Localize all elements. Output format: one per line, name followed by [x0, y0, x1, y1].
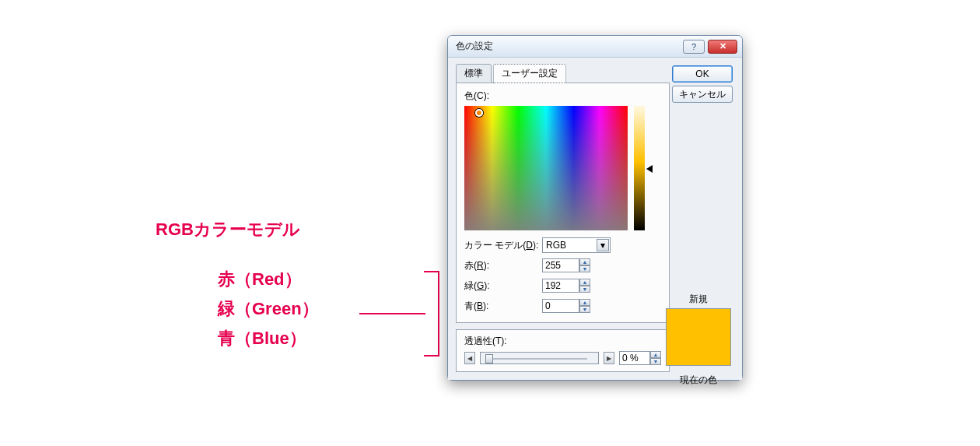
- trans-spin-down[interactable]: ▼: [650, 358, 661, 365]
- slider-right-arrow[interactable]: ▶: [604, 352, 614, 364]
- red-label-prefix: 赤(: [464, 260, 477, 271]
- hue-gray-overlay: [464, 106, 628, 230]
- model-label-prefix: カラー モデル(: [464, 240, 526, 251]
- green-input[interactable]: [542, 279, 579, 293]
- blue-input[interactable]: [542, 299, 579, 313]
- color-model-value: RGB: [546, 240, 566, 251]
- chevron-down-icon[interactable]: ▾: [597, 239, 609, 251]
- color-label-suffix: ):: [484, 90, 489, 101]
- color-model-dropdown[interactable]: RGB ▾: [542, 237, 611, 253]
- slider-thumb[interactable]: [485, 354, 493, 363]
- blue-spin-up[interactable]: ▲: [579, 299, 590, 306]
- red-label-suffix: ):: [484, 260, 489, 271]
- titlebar: 色の設定 ? ✕: [448, 36, 742, 58]
- slider-groove: [492, 358, 587, 360]
- new-color-label: 新規: [666, 293, 731, 306]
- transparency-input[interactable]: [619, 351, 650, 365]
- ok-button[interactable]: OK: [672, 65, 733, 83]
- annotation-bracket-stem: [359, 313, 425, 314]
- blue-label-prefix: 青(: [464, 300, 477, 311]
- color-picker-area[interactable]: [464, 106, 642, 230]
- dialog-title: 色の設定: [456, 40, 683, 53]
- luminance-bar[interactable]: [634, 106, 645, 230]
- transparency-panel: 透過性(T): ◀ ▶ ▲ ▼: [456, 329, 670, 372]
- green-label: 緑(G):: [464, 279, 542, 293]
- current-color-label: 現在の色: [666, 374, 731, 387]
- tab-standard[interactable]: 標準: [456, 64, 492, 83]
- blue-spin-down[interactable]: ▼: [579, 306, 590, 313]
- new-color-swatch: [666, 308, 731, 366]
- color-dialog: 色の設定 ? ✕ OK キャンセル 標準 ユーザー設定 色(C):: [447, 35, 743, 381]
- tab-panel-custom: 色(C): カラー モデル(D): RGB ▾ 赤: [456, 83, 670, 323]
- transparency-label: 透過性(T):: [464, 335, 661, 348]
- model-label-accel: D: [526, 240, 533, 251]
- green-label-prefix: 緑(: [464, 280, 477, 291]
- annotation-red: 赤（Red）: [218, 268, 302, 291]
- annotation-bracket: [424, 271, 439, 356]
- annotation-green: 緑（Green）: [218, 297, 319, 321]
- blue-label: 青(B):: [464, 300, 542, 313]
- red-spin-up[interactable]: ▲: [579, 258, 590, 265]
- trans-spin-up[interactable]: ▲: [650, 351, 661, 358]
- red-label-accel: R: [477, 260, 484, 271]
- color-label-accel: C: [477, 90, 484, 101]
- trans-label-suffix: ):: [501, 335, 506, 346]
- model-label-suffix: ):: [533, 240, 538, 251]
- tab-custom[interactable]: ユーザー設定: [493, 64, 566, 83]
- help-button[interactable]: ?: [683, 40, 705, 54]
- model-label: カラー モデル(D):: [464, 239, 542, 252]
- cancel-button[interactable]: キャンセル: [672, 86, 733, 103]
- dialog-body: OK キャンセル 標準 ユーザー設定 色(C): カラー モデル(D):: [448, 58, 742, 380]
- green-label-suffix: ):: [484, 280, 489, 291]
- blue-label-accel: B: [477, 300, 483, 311]
- red-input[interactable]: [542, 258, 579, 272]
- preview-area: 新規 現在の色: [666, 293, 731, 387]
- red-spin-down[interactable]: ▼: [579, 265, 590, 272]
- color-label-prefix: 色(: [464, 90, 477, 101]
- green-label-accel: G: [477, 280, 484, 291]
- green-spin-down[interactable]: ▼: [579, 286, 590, 293]
- close-button[interactable]: ✕: [708, 40, 737, 54]
- green-spin-up[interactable]: ▲: [579, 279, 590, 286]
- slider-left-arrow[interactable]: ◀: [464, 352, 475, 364]
- blue-label-suffix: ):: [483, 300, 488, 311]
- annotation-blue: 青（Blue）: [218, 327, 306, 350]
- annotation-title: RGBカラーモデル: [156, 218, 300, 241]
- color-label: 色(C):: [464, 90, 661, 103]
- trans-label-prefix: 透過性(: [464, 335, 495, 346]
- hue-marker-icon[interactable]: [475, 109, 483, 117]
- luminance-arrow-icon[interactable]: [646, 165, 653, 173]
- red-label: 赤(R):: [464, 259, 542, 272]
- transparency-slider[interactable]: [480, 352, 599, 364]
